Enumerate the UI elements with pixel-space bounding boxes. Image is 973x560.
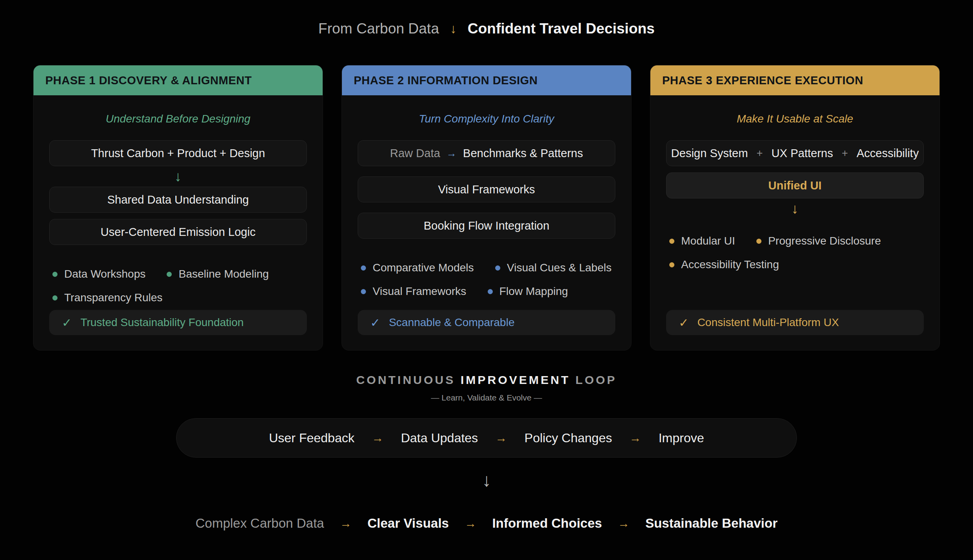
phase-2-card: PHASE 2 INFORMATION DESIGN Turn Complexi… (342, 65, 631, 350)
phase-2-box-booking-flow: Booking Flow Integration (358, 213, 615, 239)
accessibility-label: Accessibility (856, 147, 919, 160)
loop-step: User Feedback (269, 431, 355, 445)
loop-step: Improve (659, 431, 704, 445)
bullet-label: Data Workshops (64, 268, 145, 280)
phase-1-result-label: Trusted Sustainability Foundation (80, 316, 244, 329)
list-item: Baseline Modeling (167, 268, 269, 280)
down-arrow-icon: ↓ (450, 21, 457, 36)
ux-patterns-label: UX Patterns (771, 147, 833, 160)
loop-title: CONTINUOUS IMPROVEMENT LOOP (0, 373, 973, 387)
list-item: Visual Frameworks (361, 285, 466, 298)
phase-2-body: Turn Complexity Into Clarity Raw Data → … (342, 95, 631, 350)
phase-cards-row: PHASE 1 DISCOVERY & ALIGNMENT Understand… (33, 65, 940, 350)
loop-title-part: LOOP (576, 373, 617, 386)
phase-3-card: PHASE 3 EXPERIENCE EXECUTION Make It Usa… (650, 65, 940, 350)
right-arrow-icon: → (464, 517, 476, 530)
phase-3-box-system: Design System + UX Patterns + Accessibil… (666, 140, 924, 166)
bullet-label: Progressive Disclosure (768, 235, 881, 247)
right-arrow-icon: → (340, 517, 352, 530)
bullet-dot (167, 272, 172, 277)
outcome-start: Complex Carbon Data (195, 516, 324, 531)
improvement-loop-section: CONTINUOUS IMPROVEMENT LOOP — Learn, Val… (0, 373, 973, 458)
bullet-label: Comparative Models (373, 261, 474, 274)
phase-3-box-unified-ui: Unified UI (666, 172, 924, 198)
checkmark-icon: ✓ (370, 316, 380, 330)
list-item: Transparency Rules (52, 291, 163, 304)
right-arrow-icon: → (618, 517, 629, 530)
plus-separator: + (839, 147, 850, 159)
checkmark-icon: ✓ (679, 316, 689, 330)
phase-2-header: PHASE 2 INFORMATION DESIGN (342, 65, 631, 95)
outcome-step: Clear Visuals (368, 516, 449, 531)
page-title: From Carbon Data ↓ Confident Travel Deci… (0, 0, 973, 37)
list-item: Data Workshops (52, 268, 145, 280)
loop-subtitle: — Learn, Validate & Evolve — (0, 393, 973, 402)
phase-3-bullet-list: Modular UI Progressive Disclosure Access… (666, 235, 924, 271)
phase-2-header-label: PHASE 2 INFORMATION DESIGN (354, 74, 538, 87)
bullet-dot (495, 265, 500, 271)
loop-pill: User Feedback → Data Updates → Policy Ch… (176, 418, 797, 458)
phase-2-bullet-list: Comparative Models Visual Cues & Labels … (358, 261, 615, 298)
phase-1-box-emission-logic: User-Centered Emission Logic (49, 219, 307, 245)
bullet-label: Accessibility Testing (681, 258, 779, 271)
phase-2-box-visual-frameworks: Visual Frameworks (358, 176, 615, 202)
outcome-flow: Complex Carbon Data → Clear Visuals → In… (0, 516, 973, 531)
phase-2-subtitle: Turn Complexity Into Clarity (358, 113, 615, 125)
list-item: Accessibility Testing (669, 258, 779, 271)
right-arrow-icon: → (629, 431, 641, 445)
phase-3-body: Make It Usable at Scale Design System + … (650, 95, 940, 350)
phase-2-result: ✓ Scannable & Comparable (358, 310, 615, 335)
down-arrow-icon: ↓ (0, 469, 973, 491)
loop-title-part: CONTINUOUS (356, 373, 455, 386)
phase-1-subtitle: Understand Before Designing (49, 113, 307, 125)
right-arrow-icon: → (446, 147, 457, 159)
phase-3-header: PHASE 3 EXPERIENCE EXECUTION (650, 65, 940, 95)
phase-3-result-label: Consistent Multi-Platform UX (697, 316, 839, 329)
list-item: Visual Cues & Labels (495, 261, 612, 274)
outcome-step: Sustainable Behavior (645, 516, 778, 531)
phase-3-subtitle: Make It Usable at Scale (666, 113, 924, 125)
carbon-design-infographic: From Carbon Data ↓ Confident Travel Deci… (0, 0, 973, 560)
bullet-label: Baseline Modeling (178, 268, 269, 280)
bullet-label: Flow Mapping (499, 285, 568, 298)
design-system-label: Design System (671, 147, 748, 160)
phase-1-box-team: Thrust Carbon + Product + Design (49, 140, 307, 166)
loop-step: Data Updates (401, 431, 478, 445)
phase-3-header-label: PHASE 3 EXPERIENCE EXECUTION (662, 74, 863, 87)
outcome-step: Informed Choices (492, 516, 602, 531)
bullet-dot (361, 289, 366, 294)
bullet-dot (52, 272, 58, 277)
bullet-label: Transparency Rules (64, 291, 163, 304)
phase-1-card: PHASE 1 DISCOVERY & ALIGNMENT Understand… (33, 65, 323, 350)
raw-data-label: Raw Data (390, 147, 440, 160)
loop-title-part: IMPROVEMENT (461, 373, 570, 386)
bullet-dot (669, 239, 674, 244)
phase-1-result: ✓ Trusted Sustainability Foundation (49, 310, 307, 335)
phase-1-box-shared-data: Shared Data Understanding (49, 187, 307, 213)
loop-step: Policy Changes (524, 431, 612, 445)
down-arrow-icon: ↓ (666, 200, 924, 217)
phase-2-result-label: Scannable & Comparable (389, 316, 514, 329)
list-item: Flow Mapping (488, 285, 568, 298)
bullet-label: Modular UI (681, 235, 735, 247)
title-to: Confident Travel Decisions (468, 20, 655, 37)
title-from: From Carbon Data (318, 20, 439, 37)
bullet-label: Visual Cues & Labels (507, 261, 612, 274)
list-item: Comparative Models (361, 261, 474, 274)
bullet-dot (488, 289, 493, 294)
phase-1-bullet-list: Data Workshops Baseline Modeling Transpa… (49, 268, 307, 304)
bullet-dot (361, 265, 366, 271)
list-item: Progressive Disclosure (756, 235, 881, 247)
down-arrow-icon: ↓ (49, 168, 307, 185)
checkmark-icon: ✓ (62, 316, 72, 330)
phase-1-header-label: PHASE 1 DISCOVERY & ALIGNMENT (45, 74, 252, 87)
phase-1-header: PHASE 1 DISCOVERY & ALIGNMENT (33, 65, 323, 95)
plus-separator: + (754, 147, 765, 159)
phase-2-box-raw-data: Raw Data → Benchmarks & Patterns (358, 140, 615, 166)
bullet-dot (756, 239, 761, 244)
phase-1-body: Understand Before Designing Thrust Carbo… (33, 95, 323, 350)
bullet-dot (52, 295, 58, 300)
right-arrow-icon: → (495, 431, 507, 445)
bullet-dot (669, 262, 674, 267)
phase-3-result: ✓ Consistent Multi-Platform UX (666, 310, 924, 335)
